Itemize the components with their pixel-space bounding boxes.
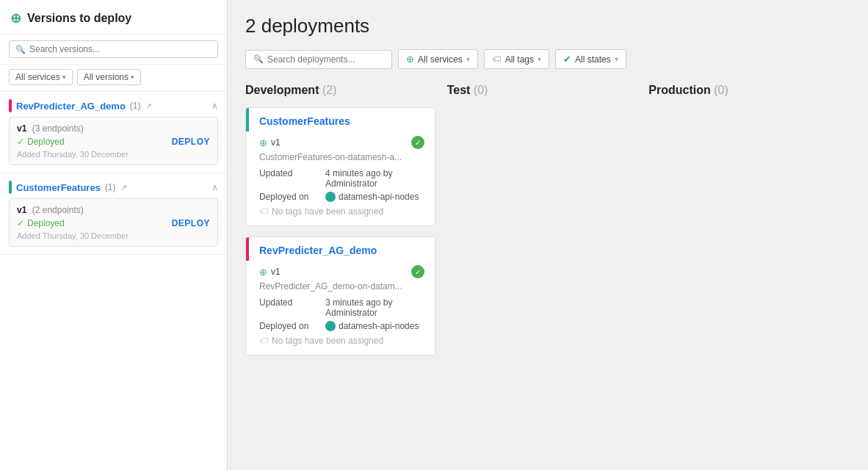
deployed-on-label: Deployed on	[259, 192, 325, 202]
deployments-search-wrap[interactable]: 🔍	[245, 50, 392, 69]
service-header-revpredicter: RevPredicter_AG_demo (1) ↗ ∧	[0, 92, 227, 117]
card-version-label: ⊕ v1	[259, 137, 281, 148]
deploy-button-revpredicter[interactable]: DEPLOY	[172, 137, 210, 147]
deployed-text: Deployed	[27, 218, 65, 228]
service-count-revpredicter: (1)	[130, 101, 141, 111]
versions-search-wrap[interactable]: 🔍	[9, 40, 218, 58]
chevron-down-icon: ▾	[62, 73, 66, 81]
production-label: Production	[648, 84, 710, 96]
search-icon: 🔍	[15, 45, 26, 54]
deployment-card-revpredicter: RevPredicter_AG_demo ⊕ v1 ✓ RevPredicter…	[245, 236, 435, 355]
left-panel-title: Versions to deploy	[27, 12, 131, 25]
card-version-label: ⊕ v1	[259, 267, 281, 278]
checkmark-icon: ✓	[17, 137, 24, 147]
chevron-down-icon: ▾	[538, 55, 541, 63]
development-label: Development	[245, 84, 319, 96]
card-deployed-on-row: Deployed on datamesh-api-nodes	[259, 321, 424, 331]
deployments-search-input[interactable]	[267, 54, 384, 65]
test-label: Test	[447, 84, 471, 96]
all-services-label: All services	[418, 54, 463, 65]
production-count: (0)	[714, 84, 728, 96]
card-version-text: v1	[271, 137, 281, 148]
version-endpoints: (3 endpoints)	[32, 123, 84, 134]
version-status-row: ✓ Deployed DEPLOY	[17, 137, 210, 147]
service-accent-customerfeatures	[9, 181, 12, 194]
service-name-revpredicter[interactable]: RevPredicter_AG_demo	[16, 101, 126, 112]
version-icon: ⊕	[259, 137, 267, 148]
left-header: ⊕ Versions to deploy	[0, 0, 227, 35]
development-column: Development (2) CustomerFeatures ⊕ v1 ✓	[245, 84, 447, 366]
success-icon: ✓	[411, 265, 424, 278]
success-icon: ✓	[411, 136, 424, 149]
collapse-button-revpredicter[interactable]: ∧	[211, 101, 218, 111]
added-date-customerfeatures: Added Thursday, 30 December	[17, 231, 210, 240]
server-dot-icon	[325, 321, 336, 331]
versions-search-bar: 🔍	[0, 35, 227, 65]
production-column: Production (0)	[648, 84, 850, 366]
added-date-revpredicter: Added Thursday, 30 December	[17, 150, 210, 159]
version-label-row: v1 (2 endpoints)	[17, 205, 210, 215]
service-name-customerfeatures[interactable]: CustomerFeatures	[16, 182, 101, 193]
card-header-customerfeatures: CustomerFeatures	[246, 108, 435, 131]
card-title-revpredicter[interactable]: RevPredicter_AG_demo	[259, 245, 377, 256]
updated-label: Updated	[259, 168, 325, 189]
service-count-customerfeatures: (1)	[105, 182, 116, 192]
all-states-dropdown[interactable]: ✔ All states ▾	[555, 49, 626, 69]
card-tags-row: 🏷 No tags have been assigned	[259, 336, 424, 346]
page-title: 2 deployments	[245, 15, 850, 37]
test-count: (0)	[474, 84, 488, 96]
tags-text: No tags have been assigned	[272, 336, 383, 346]
updated-value: 3 minutes ago by Administrator	[325, 297, 424, 318]
card-updated-row: Updated 4 minutes ago by Administrator	[259, 168, 424, 189]
card-body-customerfeatures: ⊕ v1 ✓ CustomerFeatures-on-datamesh-a...…	[246, 131, 435, 225]
deployed-on-label: Deployed on	[259, 321, 325, 331]
version-v-label: v1	[17, 123, 26, 134]
card-updated-row: Updated 3 minutes ago by Administrator	[259, 297, 424, 318]
server-name: datamesh-api-nodes	[339, 192, 419, 202]
deployments-toolbar: 🔍 ⊕ All services ▾ 🏷 All tags ▾ ✔ All st…	[245, 49, 850, 69]
tag-icon: 🏷	[259, 336, 268, 346]
version-status-row: ✓ Deployed DEPLOY	[17, 218, 210, 228]
checkmark-icon: ✓	[17, 218, 24, 228]
all-states-label: All states	[575, 54, 611, 65]
card-version-row: ⊕ v1 ✓	[259, 136, 424, 149]
all-versions-label: All versions	[84, 72, 129, 82]
versions-search-input[interactable]	[29, 44, 211, 54]
server-dot-icon	[325, 192, 336, 202]
test-column: Test (0)	[447, 84, 649, 366]
all-tags-dropdown[interactable]: 🏷 All tags ▾	[484, 49, 549, 69]
external-link-icon[interactable]: ↗	[145, 101, 152, 111]
test-column-header: Test (0)	[447, 84, 637, 97]
tags-text: No tags have been assigned	[272, 206, 383, 217]
collapse-button-customerfeatures[interactable]: ∧	[211, 182, 218, 192]
services-icon: ⊕	[406, 54, 414, 65]
all-versions-filter[interactable]: All versions ▾	[77, 69, 141, 85]
version-icon: ⊕	[259, 267, 267, 278]
deployed-badge: ✓ Deployed	[17, 218, 65, 228]
updated-value: 4 minutes ago by Administrator	[325, 168, 424, 189]
server-badge: datamesh-api-nodes	[325, 321, 419, 331]
all-services-filter[interactable]: All services ▾	[9, 69, 73, 85]
server-name: datamesh-api-nodes	[339, 321, 419, 331]
card-title-customerfeatures[interactable]: CustomerFeatures	[259, 115, 350, 127]
external-link-icon[interactable]: ↗	[120, 183, 127, 192]
service-header-customerfeatures: CustomerFeatures (1) ↗ ∧	[0, 173, 227, 198]
deployment-card-customerfeatures: CustomerFeatures ⊕ v1 ✓ CustomerFeatures…	[245, 107, 435, 226]
card-version-row: ⊕ v1 ✓	[259, 265, 424, 278]
version-card-revpredicter-v1: v1 (3 endpoints) ✓ Deployed DEPLOY Added…	[9, 117, 218, 165]
version-v-label: v1	[17, 205, 26, 215]
card-short-name: RevPredicter_AG_demo-on-datam...	[259, 281, 424, 292]
deployment-columns: Development (2) CustomerFeatures ⊕ v1 ✓	[245, 84, 850, 366]
all-services-label: All services	[15, 72, 60, 82]
version-card-customerfeatures-v1: v1 (2 endpoints) ✓ Deployed DEPLOY Added…	[9, 198, 218, 247]
card-short-name: CustomerFeatures-on-datamesh-a...	[259, 152, 424, 162]
deploy-button-customerfeatures[interactable]: DEPLOY	[172, 218, 210, 228]
card-tags-row: 🏷 No tags have been assigned	[259, 206, 424, 217]
all-services-dropdown[interactable]: ⊕ All services ▾	[398, 49, 478, 69]
search-icon: 🔍	[253, 54, 264, 64]
deploy-icon: ⊕	[10, 10, 21, 26]
service-accent-revpredicter	[9, 99, 12, 112]
right-panel: 2 deployments 🔍 ⊕ All services ▾ 🏷 All t…	[228, 0, 868, 470]
card-deployed-on-row: Deployed on datamesh-api-nodes	[259, 192, 424, 202]
tags-icon: 🏷	[492, 54, 502, 65]
